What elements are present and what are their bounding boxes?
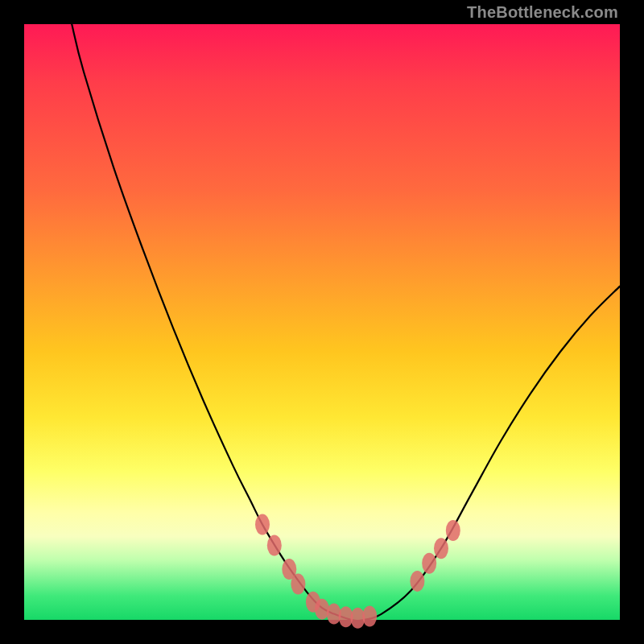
chart-frame: TheBottleneck.com [0, 0, 644, 644]
plot-area [24, 24, 620, 620]
bottleneck-curve [72, 24, 620, 621]
marker-point [434, 538, 448, 559]
curve-layer [24, 24, 620, 620]
marker-point [267, 535, 282, 556]
marker-point [446, 520, 460, 541]
attribution-text: TheBottleneck.com [467, 3, 618, 22]
marker-point [410, 571, 424, 592]
marker-point [422, 553, 436, 574]
marker-point [255, 514, 270, 535]
marker-group [255, 514, 460, 629]
marker-point [362, 606, 377, 627]
marker-point [291, 574, 305, 595]
